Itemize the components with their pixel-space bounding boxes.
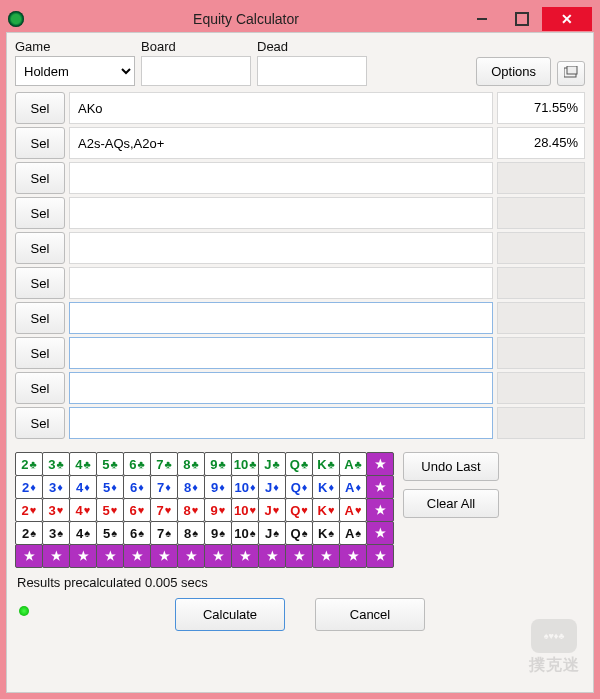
hand-input[interactable] (69, 232, 493, 264)
card-2-hearts[interactable]: 2♥ (15, 498, 43, 522)
sel-button[interactable]: Sel (15, 302, 65, 334)
card-2-diamonds[interactable]: 2♦ (15, 475, 43, 499)
card-6-hearts[interactable]: 6♥ (123, 498, 151, 522)
card-J-clubs[interactable]: J♣ (258, 452, 286, 476)
card-3-spades[interactable]: 3♠ (42, 521, 70, 545)
suit-wildcard-diamonds[interactable] (366, 475, 394, 499)
sel-button[interactable]: Sel (15, 162, 65, 194)
hand-input[interactable] (69, 337, 493, 369)
card-K-spades[interactable]: K♠ (312, 521, 340, 545)
card-8-diamonds[interactable]: 8♦ (177, 475, 205, 499)
rank-wildcard-J[interactable] (258, 544, 286, 568)
rank-wildcard-Q[interactable] (285, 544, 313, 568)
card-9-hearts[interactable]: 9♥ (204, 498, 232, 522)
rank-wildcard-2[interactable] (15, 544, 43, 568)
game-select[interactable]: Holdem (15, 56, 135, 86)
card-A-clubs[interactable]: A♣ (339, 452, 367, 476)
card-9-spades[interactable]: 9♠ (204, 521, 232, 545)
rank-wildcard-5[interactable] (96, 544, 124, 568)
suit-wildcard-spades[interactable] (366, 521, 394, 545)
hand-input[interactable] (69, 162, 493, 194)
hand-input[interactable] (69, 127, 493, 159)
card-Q-clubs[interactable]: Q♣ (285, 452, 313, 476)
card-K-hearts[interactable]: K♥ (312, 498, 340, 522)
undo-last-button[interactable]: Undo Last (403, 452, 499, 481)
card-10-clubs[interactable]: 10♣ (231, 452, 259, 476)
card-A-spades[interactable]: A♠ (339, 521, 367, 545)
card-10-spades[interactable]: 10♠ (231, 521, 259, 545)
close-button[interactable] (542, 7, 592, 31)
popout-button[interactable] (557, 61, 585, 86)
card-10-hearts[interactable]: 10♥ (231, 498, 259, 522)
card-3-diamonds[interactable]: 3♦ (42, 475, 70, 499)
card-9-diamonds[interactable]: 9♦ (204, 475, 232, 499)
board-input[interactable] (141, 56, 251, 86)
card-7-clubs[interactable]: 7♣ (150, 452, 178, 476)
card-8-hearts[interactable]: 8♥ (177, 498, 205, 522)
rank-wildcard-A[interactable] (339, 544, 367, 568)
sel-button[interactable]: Sel (15, 92, 65, 124)
card-9-clubs[interactable]: 9♣ (204, 452, 232, 476)
sel-button[interactable]: Sel (15, 197, 65, 229)
any-wildcard[interactable] (366, 544, 394, 568)
hand-input[interactable] (69, 92, 493, 124)
options-button[interactable]: Options (476, 57, 551, 86)
card-Q-hearts[interactable]: Q♥ (285, 498, 313, 522)
hand-input[interactable] (69, 302, 493, 334)
card-10-diamonds[interactable]: 10♦ (231, 475, 259, 499)
sel-button[interactable]: Sel (15, 127, 65, 159)
card-7-hearts[interactable]: 7♥ (150, 498, 178, 522)
sel-button[interactable]: Sel (15, 337, 65, 369)
rank-wildcard-8[interactable] (177, 544, 205, 568)
card-5-spades[interactable]: 5♠ (96, 521, 124, 545)
suit-wildcard-clubs[interactable] (366, 452, 394, 476)
sel-button[interactable]: Sel (15, 372, 65, 404)
hand-input[interactable] (69, 267, 493, 299)
hand-input[interactable] (69, 372, 493, 404)
card-4-hearts[interactable]: 4♥ (69, 498, 97, 522)
card-6-clubs[interactable]: 6♣ (123, 452, 151, 476)
card-5-diamonds[interactable]: 5♦ (96, 475, 124, 499)
card-3-clubs[interactable]: 3♣ (42, 452, 70, 476)
suit-wildcard-hearts[interactable] (366, 498, 394, 522)
card-4-clubs[interactable]: 4♣ (69, 452, 97, 476)
card-2-spades[interactable]: 2♠ (15, 521, 43, 545)
clear-all-button[interactable]: Clear All (403, 489, 499, 518)
dead-input[interactable] (257, 56, 367, 86)
rank-wildcard-3[interactable] (42, 544, 70, 568)
card-A-diamonds[interactable]: A♦ (339, 475, 367, 499)
card-2-clubs[interactable]: 2♣ (15, 452, 43, 476)
card-6-diamonds[interactable]: 6♦ (123, 475, 151, 499)
minimize-button[interactable] (462, 7, 502, 31)
card-3-hearts[interactable]: 3♥ (42, 498, 70, 522)
rank-wildcard-4[interactable] (69, 544, 97, 568)
card-6-spades[interactable]: 6♠ (123, 521, 151, 545)
cancel-button[interactable]: Cancel (315, 598, 425, 631)
card-7-spades[interactable]: 7♠ (150, 521, 178, 545)
hand-input[interactable] (69, 197, 493, 229)
card-K-diamonds[interactable]: K♦ (312, 475, 340, 499)
rank-wildcard-K[interactable] (312, 544, 340, 568)
card-A-hearts[interactable]: A♥ (339, 498, 367, 522)
card-Q-diamonds[interactable]: Q♦ (285, 475, 313, 499)
sel-button[interactable]: Sel (15, 407, 65, 439)
card-5-hearts[interactable]: 5♥ (96, 498, 124, 522)
sel-button[interactable]: Sel (15, 267, 65, 299)
rank-wildcard-7[interactable] (150, 544, 178, 568)
card-J-spades[interactable]: J♠ (258, 521, 286, 545)
sel-button[interactable]: Sel (15, 232, 65, 264)
card-8-clubs[interactable]: 8♣ (177, 452, 205, 476)
card-7-diamonds[interactable]: 7♦ (150, 475, 178, 499)
rank-wildcard-10[interactable] (231, 544, 259, 568)
card-J-hearts[interactable]: J♥ (258, 498, 286, 522)
card-4-spades[interactable]: 4♠ (69, 521, 97, 545)
hand-input[interactable] (69, 407, 493, 439)
maximize-button[interactable] (502, 7, 542, 31)
card-5-clubs[interactable]: 5♣ (96, 452, 124, 476)
card-8-spades[interactable]: 8♠ (177, 521, 205, 545)
rank-wildcard-9[interactable] (204, 544, 232, 568)
card-4-diamonds[interactable]: 4♦ (69, 475, 97, 499)
card-J-diamonds[interactable]: J♦ (258, 475, 286, 499)
rank-wildcard-6[interactable] (123, 544, 151, 568)
card-Q-spades[interactable]: Q♠ (285, 521, 313, 545)
